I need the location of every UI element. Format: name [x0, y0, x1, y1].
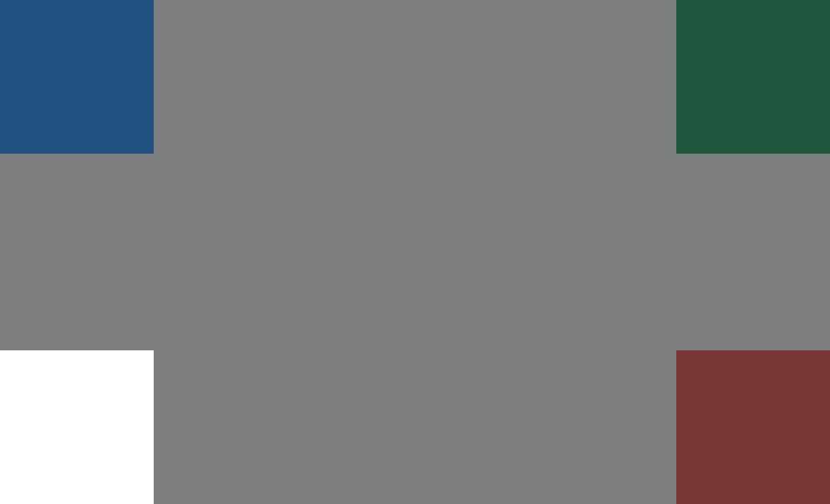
sq-d: [676, 350, 830, 504]
sq-c: [0, 350, 154, 504]
sq-a: [0, 0, 154, 154]
sq-b: [676, 0, 830, 154]
